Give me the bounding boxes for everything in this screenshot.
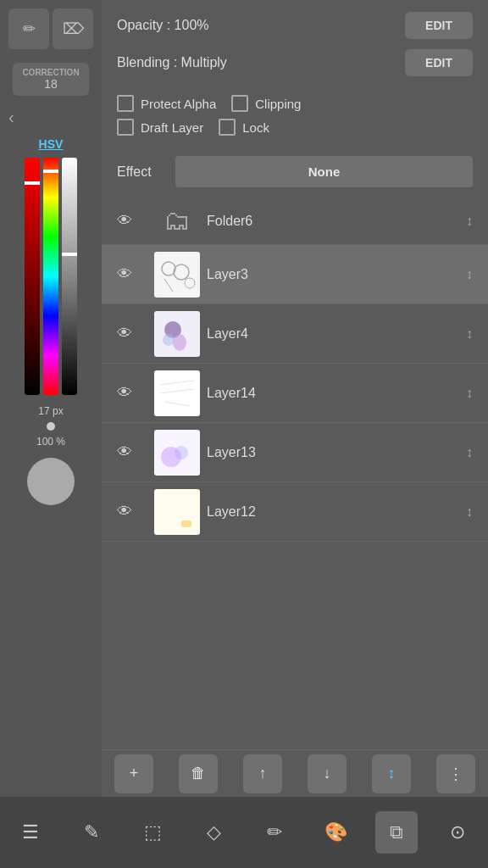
layer-sort-button-layer13[interactable]: ↕ bbox=[451, 445, 488, 460]
add-layer-button[interactable]: + bbox=[114, 754, 153, 793]
folder-icon-wrap: 🗂 bbox=[154, 198, 200, 244]
lock-label: Lock bbox=[242, 120, 269, 135]
effect-dropdown[interactable]: None bbox=[175, 156, 473, 187]
move-down-icon: ↓ bbox=[324, 765, 331, 782]
layer-sort-button-folder6[interactable]: ↕ bbox=[451, 214, 488, 229]
layer-eye-layer3[interactable]: 👁 bbox=[102, 265, 147, 283]
layer-thumbnail-layer3 bbox=[154, 252, 200, 298]
color-circle[interactable] bbox=[27, 458, 75, 505]
edit-button[interactable]: ✎ bbox=[70, 811, 113, 854]
delete-layer-button[interactable]: 🗑 bbox=[179, 754, 218, 793]
lock-checkbox[interactable]: Lock bbox=[219, 119, 269, 136]
thumb-sketch-layer12 bbox=[156, 491, 198, 533]
layer-bottom-toolbar: + 🗑 ↑ ↓ ↕ ⋮ bbox=[102, 749, 488, 797]
layer-eye-layer13[interactable]: 👁 bbox=[102, 443, 147, 461]
clipping-checkbox[interactable]: Clipping bbox=[231, 95, 301, 112]
layer-row[interactable]: 👁 Layer4 ↕ bbox=[102, 304, 488, 364]
layer-eye-folder6[interactable]: 👁 bbox=[102, 212, 147, 230]
svg-point-7 bbox=[173, 334, 186, 351]
sort-icon: ↕ bbox=[388, 765, 396, 782]
blending-edit-button[interactable]: EDIT bbox=[405, 49, 473, 76]
add-icon: + bbox=[130, 765, 139, 782]
protect-alpha-label: Protect Alpha bbox=[141, 97, 216, 111]
layer-eye-layer14[interactable]: 👁 bbox=[102, 384, 147, 402]
checkbox-row-2: Draft Layer Lock bbox=[117, 119, 473, 136]
top-controls: Opacity : 100% EDIT Blending : Multiply … bbox=[102, 0, 488, 92]
effect-row: Effect None bbox=[102, 149, 488, 198]
more-button[interactable]: ⋮ bbox=[436, 754, 475, 793]
palette-button[interactable]: 🎨 bbox=[314, 811, 357, 854]
hue-slider[interactable] bbox=[43, 158, 58, 395]
protect-alpha-checkbox[interactable]: Protect Alpha bbox=[117, 95, 216, 112]
layer-name-layer13: Layer13 bbox=[207, 445, 451, 460]
layer-row[interactable]: 👁 Layer3 ↕ bbox=[102, 245, 488, 304]
eraser-tool-button[interactable]: ⌦ bbox=[53, 8, 93, 49]
layer-thumbnail-layer4 bbox=[154, 311, 200, 357]
thumb-sketch-layer13 bbox=[156, 431, 198, 474]
layer-sort-button-layer14[interactable]: ↕ bbox=[451, 386, 488, 401]
layer-name-layer4: Layer4 bbox=[207, 326, 451, 342]
thumb-sketch-layer3 bbox=[156, 253, 198, 296]
settings-icon: ⊙ bbox=[450, 821, 465, 843]
back-arrow-button[interactable]: ‹ bbox=[0, 108, 14, 127]
back-icon: ‹ bbox=[8, 108, 14, 126]
sort-button[interactable]: ↕ bbox=[372, 754, 411, 793]
thumb-sketch-layer4 bbox=[156, 313, 198, 355]
layer-eye-layer12[interactable]: 👁 bbox=[102, 503, 147, 520]
palette-icon: 🎨 bbox=[324, 821, 347, 843]
layer-row[interactable]: 👁 Layer14 ↕ bbox=[102, 364, 488, 423]
layers-button[interactable]: ⧉ bbox=[375, 811, 418, 854]
layer-row[interactable]: 👁 Layer12 ↕ bbox=[102, 482, 488, 542]
brush-button[interactable]: ✏ bbox=[253, 811, 296, 854]
hsv-label[interactable]: HSV bbox=[39, 137, 64, 151]
eraser-icon: ⌦ bbox=[63, 19, 84, 38]
svg-rect-16 bbox=[156, 491, 198, 533]
eye-icon: 👁 bbox=[117, 325, 132, 342]
layer-sort-button-layer12[interactable]: ↕ bbox=[451, 504, 488, 520]
brush-preview-dot bbox=[47, 422, 55, 431]
eye-icon: 👁 bbox=[117, 443, 132, 461]
clipping-box[interactable] bbox=[231, 95, 248, 112]
value-slider[interactable] bbox=[62, 158, 77, 395]
layer-thumbnail-layer13 bbox=[154, 430, 200, 476]
layer-row[interactable]: 👁 🗂 Folder6 ↕ bbox=[102, 198, 488, 245]
svg-point-15 bbox=[175, 446, 188, 459]
layer-thumbnail-layer14 bbox=[154, 370, 200, 416]
color-sliders bbox=[25, 158, 77, 395]
opacity-edit-button[interactable]: EDIT bbox=[405, 12, 473, 39]
checkboxes-section: Protect Alpha Clipping Draft Layer Lock bbox=[102, 92, 488, 149]
layer-list: 👁 🗂 Folder6 ↕ 👁 bbox=[102, 198, 488, 749]
clipping-label: Clipping bbox=[255, 97, 301, 111]
draft-layer-box[interactable] bbox=[117, 119, 134, 136]
lock-box[interactable] bbox=[219, 119, 236, 136]
move-down-button[interactable]: ↓ bbox=[308, 754, 347, 793]
red-slider[interactable] bbox=[25, 158, 40, 395]
select-button[interactable]: ⬚ bbox=[131, 811, 174, 854]
layer-sort-button-layer3[interactable]: ↕ bbox=[451, 267, 488, 282]
transform-button[interactable]: ◇ bbox=[192, 811, 235, 854]
thumb-sketch-layer14 bbox=[156, 372, 198, 415]
correction-box[interactable]: CORRECTION 18 bbox=[13, 63, 89, 96]
settings-button[interactable]: ⊙ bbox=[436, 811, 479, 854]
brush-opacity-label: 100 % bbox=[36, 436, 65, 448]
draft-layer-checkbox[interactable]: Draft Layer bbox=[117, 119, 203, 136]
layer-row[interactable]: 👁 Layer13 ↕ bbox=[102, 423, 488, 482]
layer-name-layer12: Layer12 bbox=[207, 504, 451, 520]
layer-sort-button-layer4[interactable]: ↕ bbox=[451, 326, 488, 342]
eye-icon: 👁 bbox=[117, 503, 132, 520]
pencil-tool-button[interactable]: ✏ bbox=[8, 8, 49, 49]
move-up-button[interactable]: ↑ bbox=[243, 754, 282, 793]
layer-eye-layer4[interactable]: 👁 bbox=[102, 325, 147, 342]
effect-label: Effect bbox=[117, 164, 164, 180]
app-bottom-bar: ☰ ✎ ⬚ ◇ ✏ 🎨 ⧉ ⊙ bbox=[0, 797, 488, 868]
main-panel: Opacity : 100% EDIT Blending : Multiply … bbox=[102, 0, 488, 797]
svg-rect-17 bbox=[181, 520, 191, 527]
protect-alpha-box[interactable] bbox=[117, 95, 134, 112]
menu-button[interactable]: ☰ bbox=[9, 811, 52, 854]
delete-icon: 🗑 bbox=[191, 765, 206, 782]
correction-label: CORRECTION bbox=[21, 68, 80, 77]
eye-icon: 👁 bbox=[117, 212, 132, 230]
move-up-icon: ↑ bbox=[259, 765, 267, 782]
blending-row: Blending : Multiply EDIT bbox=[117, 49, 473, 76]
edit-icon: ✎ bbox=[84, 821, 99, 843]
